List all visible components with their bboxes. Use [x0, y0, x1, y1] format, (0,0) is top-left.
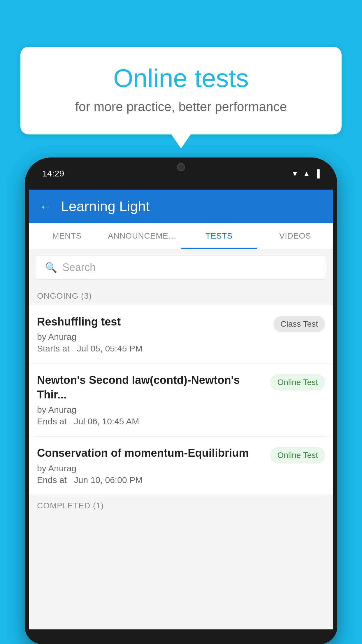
test-card-newtons[interactable]: Newton's Second law(contd)-Newton's Thir… — [29, 364, 333, 436]
status-time: 14:29 — [42, 169, 64, 178]
app-header: ← Learning Light — [29, 190, 333, 223]
wifi-icon: ▼ — [291, 169, 299, 178]
test-time-value-reshuffling: Jul 05, 05:45 PM — [77, 344, 143, 353]
test-time-label-conservation: Ends at — [37, 475, 67, 485]
test-author-newtons: by Anurag — [37, 405, 264, 415]
bubble-title: Online tests — [44, 64, 318, 92]
test-time-value-conservation: Jun 10, 06:00 PM — [74, 475, 143, 485]
signal-icon: ▲ — [303, 169, 310, 178]
test-time-newtons: Ends at Jul 06, 10:45 AM — [37, 416, 264, 426]
search-container: 🔍 Search — [29, 249, 333, 286]
test-card-reshuffling[interactable]: Reshuffling test by Anurag Starts at Jul… — [29, 305, 333, 363]
tab-videos[interactable]: VIDEOS — [257, 223, 333, 249]
test-badge-newtons: Online Test — [270, 374, 325, 391]
test-author-reshuffling: by Anurag — [37, 332, 268, 342]
test-author-conservation: by Anurag — [37, 463, 264, 473]
content-area: ONGOING (3) Reshuffling test by Anurag S… — [29, 286, 333, 629]
status-icons: ▼ ▲ ▐ — [291, 169, 320, 178]
phone-camera — [177, 163, 185, 171]
test-time-label-reshuffling: Starts at — [37, 344, 70, 353]
search-icon: 🔍 — [45, 262, 57, 273]
test-time-value-newtons: Jul 06, 10:45 AM — [74, 416, 139, 426]
speech-bubble: Online tests for more practice, better p… — [20, 47, 342, 134]
search-bar[interactable]: 🔍 Search — [36, 255, 326, 280]
back-button[interactable]: ← — [39, 199, 52, 214]
test-badge-conservation: Online Test — [270, 447, 325, 463]
tabs-bar: MENTS ANNOUNCEMENTS TESTS VIDEOS — [29, 223, 333, 249]
tab-ments[interactable]: MENTS — [29, 223, 105, 249]
test-time-reshuffling: Starts at Jul 05, 05:45 PM — [37, 344, 268, 354]
test-name-conservation: Conservation of momentum-Equilibrium — [37, 446, 264, 460]
app-title: Learning Light — [61, 198, 150, 214]
test-time-conservation: Ends at Jun 10, 06:00 PM — [37, 475, 264, 485]
ongoing-header: ONGOING (3) — [29, 286, 333, 305]
bubble-subtitle: for more practice, better performance — [44, 99, 318, 114]
phone-screen: ← Learning Light MENTS ANNOUNCEMENTS TES… — [29, 190, 333, 629]
tab-tests[interactable]: TESTS — [181, 223, 257, 249]
search-placeholder: Search — [62, 261, 96, 274]
test-time-label-newtons: Ends at — [37, 416, 67, 426]
promo-section: Online tests for more practice, better p… — [20, 47, 342, 134]
status-bar: 14:29 ▼ ▲ ▐ — [25, 158, 337, 190]
battery-icon: ▐ — [314, 169, 320, 178]
tab-announcements[interactable]: ANNOUNCEMENTS — [105, 223, 181, 249]
test-badge-reshuffling: Class Test — [273, 316, 325, 332]
test-info-conservation: Conservation of momentum-Equilibrium by … — [37, 446, 264, 485]
test-info-newtons: Newton's Second law(contd)-Newton's Thir… — [37, 373, 264, 426]
completed-header: COMPLETED (1) — [29, 495, 333, 513]
test-name-newtons: Newton's Second law(contd)-Newton's Thir… — [37, 373, 264, 402]
phone-notch — [155, 158, 207, 176]
test-info-reshuffling: Reshuffling test by Anurag Starts at Jul… — [37, 315, 268, 354]
test-card-conservation[interactable]: Conservation of momentum-Equilibrium by … — [29, 437, 333, 494]
test-name-reshuffling: Reshuffling test — [37, 315, 268, 329]
phone-bottom — [25, 629, 337, 644]
phone-frame: 14:29 ▼ ▲ ▐ ← Learning Light MENTS ANNOU… — [25, 158, 337, 644]
